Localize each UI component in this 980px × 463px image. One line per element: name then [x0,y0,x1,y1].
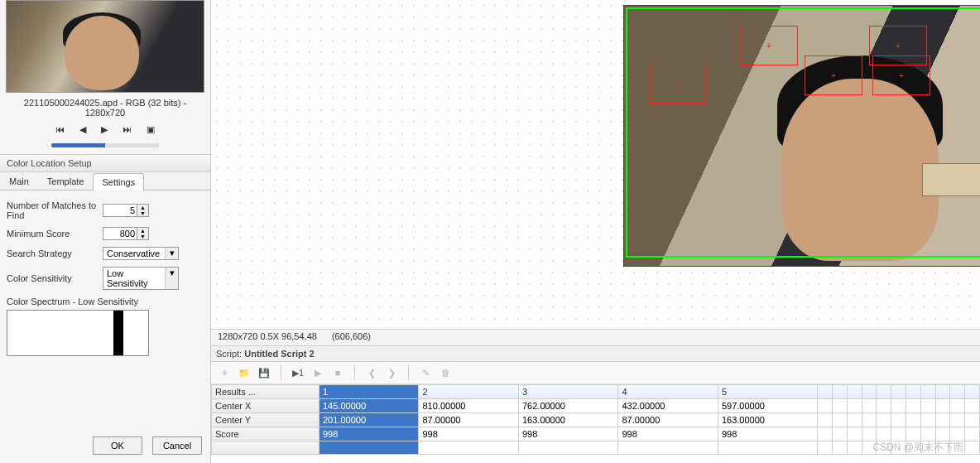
thumbnail-image[interactable] [6,0,204,93]
stack-icon[interactable]: ▣ [147,124,155,135]
run-icon[interactable]: ▶ [310,364,326,381]
result-cell[interactable] [818,413,833,427]
result-cell[interactable] [833,441,848,455]
result-cell[interactable]: 87.00000 [618,413,718,427]
col-header[interactable] [906,385,921,399]
col-header[interactable] [877,385,891,399]
result-cell[interactable] [935,399,950,413]
minscore-up-icon[interactable]: ▲ [137,228,148,234]
minscore-down-icon[interactable]: ▼ [137,234,148,239]
result-cell[interactable] [935,427,950,441]
result-cell[interactable] [847,399,862,413]
result-cell[interactable] [518,441,617,455]
result-cell[interactable] [891,399,906,413]
result-cell[interactable] [965,427,980,441]
results-grid[interactable]: Results ...12345Center X145.00000810.000… [211,384,980,463]
main-image[interactable] [623,5,980,267]
result-cell[interactable] [950,413,965,427]
result-cell[interactable] [847,441,862,455]
result-cell[interactable]: 201.00000 [319,413,419,427]
row-header[interactable]: Center Y [212,413,319,427]
matches-stepper[interactable]: ▲▼ [103,204,149,217]
result-cell[interactable] [833,413,848,427]
row-header[interactable] [212,441,319,455]
result-cell[interactable]: 998 [718,427,817,441]
result-cell[interactable] [862,427,877,441]
col-header[interactable] [833,385,848,399]
detection-rect[interactable] [740,26,798,65]
result-cell[interactable] [920,399,935,413]
result-cell[interactable] [906,413,921,427]
result-cell[interactable] [718,441,817,455]
prev-step-icon[interactable]: ❮ [363,364,380,381]
col-header[interactable] [965,385,980,399]
next-icon[interactable]: ▶ [101,124,108,135]
image-canvas[interactable] [211,0,980,329]
result-cell[interactable] [950,399,965,413]
result-cell[interactable] [419,441,518,455]
result-cell[interactable]: 998 [419,427,518,441]
result-cell[interactable]: 145.00000 [319,399,419,413]
result-cell[interactable] [877,413,891,427]
result-cell[interactable] [818,427,833,441]
detection-rect[interactable] [872,55,930,95]
result-cell[interactable] [833,399,848,413]
result-cell[interactable] [920,413,935,427]
first-icon[interactable]: ⏮ [55,124,65,135]
col-header[interactable] [818,385,833,399]
col-header[interactable] [950,385,965,399]
folder-icon[interactable]: 📁 [236,364,252,381]
result-cell[interactable] [847,427,862,441]
edit-icon[interactable]: ✎ [417,364,434,381]
result-cell[interactable] [833,427,848,441]
result-cell[interactable] [891,413,906,427]
col-header[interactable] [935,385,950,399]
frame-slider[interactable] [51,143,159,147]
tab-settings[interactable]: Settings [93,173,144,191]
result-cell[interactable]: 762.00000 [518,399,617,413]
result-cell[interactable] [950,427,965,441]
result-cell[interactable] [906,427,921,441]
chevron-down-icon[interactable]: ▾ [165,268,178,289]
result-cell[interactable] [965,441,980,455]
result-cell[interactable] [965,413,980,427]
result-cell[interactable]: 597.00000 [718,399,817,413]
col-header[interactable]: 5 [718,385,817,399]
col-header[interactable] [920,385,935,399]
result-cell[interactable]: 998 [319,427,419,441]
delete-icon[interactable]: 🗑 [437,364,454,381]
result-cell[interactable] [818,441,833,455]
result-cell[interactable] [862,413,877,427]
result-cell[interactable] [818,399,833,413]
result-cell[interactable] [965,399,980,413]
row-header[interactable]: Score [212,427,319,441]
result-cell[interactable] [935,413,950,427]
result-cell[interactable] [862,399,877,413]
col-header[interactable]: 2 [419,385,518,399]
cancel-button[interactable]: Cancel [152,436,202,455]
result-cell[interactable] [877,427,891,441]
last-icon[interactable]: ⏭ [122,124,132,135]
result-cell[interactable]: 432.00000 [618,399,718,413]
result-cell[interactable]: 998 [618,427,718,441]
matches-input[interactable] [103,204,137,217]
col-header[interactable] [847,385,862,399]
run-once-icon[interactable]: ▶1 [290,364,306,381]
stop-icon[interactable]: ■ [329,364,346,381]
matches-up-icon[interactable]: ▲ [137,205,148,210]
ok-button[interactable]: OK [93,436,142,455]
col-header[interactable]: 3 [518,385,617,399]
next-step-icon[interactable]: ❯ [383,364,400,381]
result-cell[interactable] [877,399,891,413]
save-icon[interactable]: 💾 [256,364,272,381]
new-icon[interactable]: ✳ [216,364,233,381]
col-header[interactable] [862,385,877,399]
result-cell[interactable]: 810.00000 [419,399,518,413]
chevron-down-icon[interactable]: ▾ [165,248,178,259]
col-header[interactable]: 4 [618,385,718,399]
result-cell[interactable] [618,441,718,455]
result-cell[interactable] [847,413,862,427]
result-cell[interactable] [920,427,935,441]
prev-icon[interactable]: ◀ [79,124,86,135]
tab-main[interactable]: Main [0,172,38,190]
